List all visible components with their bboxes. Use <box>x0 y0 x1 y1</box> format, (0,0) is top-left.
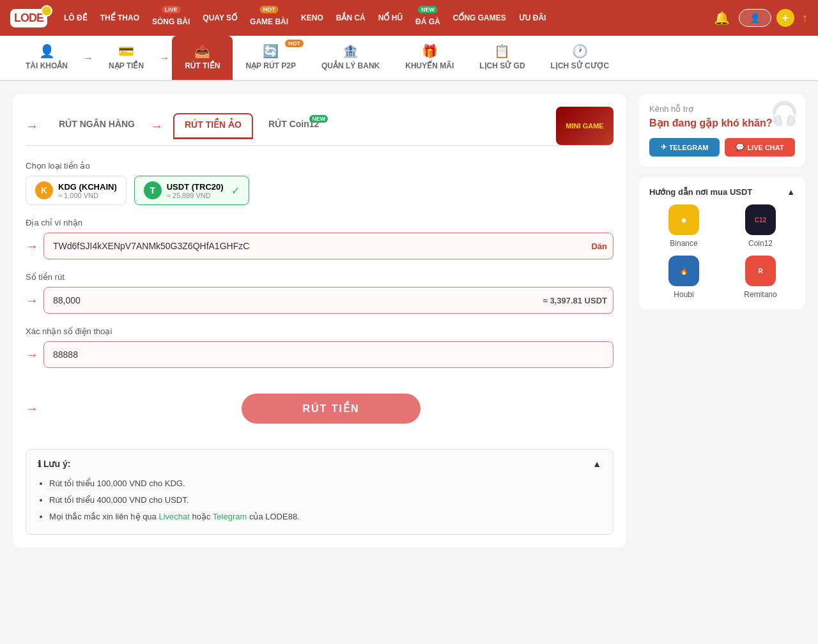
amount-arrow-icon: → <box>26 293 38 308</box>
chat-icon: 💬 <box>736 143 745 151</box>
houbi-logo: 🔥 <box>668 256 699 286</box>
amount-row: → ≈ 3,397.81 USDT <box>26 287 614 314</box>
notes-collapse-icon[interactable]: ▲ <box>592 459 601 469</box>
subnav-quanlybank-label: QUẢN LÝ BANK <box>321 61 380 70</box>
logo[interactable]: LODE <box>10 9 47 27</box>
subnav-p2p-label: NẠP RÚT P2P <box>245 61 295 70</box>
currency-section: Chọn loại tiền ảo K KDG (KCHAIN) ≈ 1,000… <box>26 161 614 205</box>
phone-section: Xác nhận số điện thoại → <box>26 326 614 368</box>
currency-options: K KDG (KCHAIN) ≈ 1,000 VND T USDT (TRC20… <box>26 176 614 205</box>
subnav-naptien[interactable]: 💳 NẠP TIỀN <box>96 36 157 80</box>
nav-item-daga[interactable]: NEW ĐÁ GÀ <box>409 6 447 30</box>
nav-item-lode[interactable]: LÔ ĐỀ <box>58 10 94 26</box>
usdt-info: USDT (TRC20) ≈ 25,899 VND <box>167 182 224 199</box>
paste-button[interactable]: Dán <box>591 241 607 251</box>
subnav-quanlybank[interactable]: 🏦 QUẢN LÝ BANK <box>309 36 392 80</box>
telegram-button[interactable]: ✈ TELEGRAM <box>649 138 720 157</box>
address-label: Địa chỉ ví nhận <box>26 218 614 227</box>
notes-header: ℹ Lưu ý: ▲ <box>38 459 601 469</box>
subnav-khuyenmai[interactable]: 🎁 KHUYẾN MÃI <box>392 36 467 80</box>
tab-rut-coin12[interactable]: NEW RÚT Coin12 <box>258 114 329 139</box>
binance-logo: ◆ <box>668 204 699 235</box>
arrow-up-icon: ↑ <box>802 12 808 25</box>
tab-rut-ngan-hang[interactable]: RÚT NGÂN HÀNG <box>49 114 145 139</box>
kdg-icon: K <box>35 181 53 199</box>
add-button[interactable]: + <box>776 9 794 27</box>
remitano-logo: R <box>745 256 776 286</box>
exchange-coin12[interactable]: C12 Coin12 <box>726 204 795 248</box>
notes-section: ℹ Lưu ý: ▲ Rút tối thiểu 100,000 VND cho… <box>26 449 614 535</box>
address-row: → Dán <box>26 233 614 259</box>
notification-bell[interactable]: 🔔 <box>710 6 734 29</box>
address-input-wrapper: Dán <box>43 233 614 259</box>
nav-item-keno[interactable]: KENO <box>295 10 330 26</box>
amount-equiv: ≈ 3,397.81 USDT <box>543 296 607 305</box>
content-right: Kênh hỗ trợ Bạn đang gặp khó khăn? 🎧 ✈ T… <box>639 94 805 548</box>
livechat-button[interactable]: 💬 LIVE CHAT <box>725 138 795 157</box>
buy-guide-header: Hướng dẫn nơi mua USDT ▲ <box>649 187 795 197</box>
header: LODE LÔ ĐỀ THỂ THAO LIVE SÒNG BÀI QUAY S… <box>0 0 818 36</box>
submit-button[interactable]: RÚT TIỀN <box>242 394 421 424</box>
note-item-2: Rút tối thiểu 400,000 VND cho USDT. <box>49 492 601 509</box>
amount-input[interactable] <box>43 287 614 314</box>
logo-coin <box>41 5 52 17</box>
nav-item-songbai[interactable]: LIVE SÒNG BÀI <box>146 6 196 30</box>
nav-item-quayso[interactable]: QUAY SỐ <box>196 10 243 26</box>
phone-input[interactable] <box>43 341 614 368</box>
headset-icon: 🎧 <box>770 100 799 127</box>
exchange-remitano[interactable]: R Remitano <box>726 256 795 299</box>
nav-item-thethao[interactable]: THỂ THAO <box>94 10 146 26</box>
subnav-p2p[interactable]: HOT 🔄 NẠP RÚT P2P <box>233 36 308 80</box>
subnav-lichsugd[interactable]: 📋 LỊCH SỬ GD <box>467 36 537 80</box>
header-right: 🔔 👤 + ↑ <box>710 6 808 29</box>
mini-game-banner[interactable]: MINI GAME <box>556 107 614 145</box>
tab-rut-tien-ao[interactable]: RÚT TIỀN ẢO <box>173 113 253 139</box>
address-section: Địa chỉ ví nhận → Dán <box>26 218 614 259</box>
nav-item-uudai[interactable]: ƯU ĐÃI <box>513 10 553 26</box>
support-buttons: ✈ TELEGRAM 💬 LIVE CHAT <box>649 138 795 157</box>
exchange-houbi[interactable]: 🔥 Houbi <box>649 256 718 299</box>
phone-row: → <box>26 341 614 368</box>
content-left: → RÚT NGÂN HÀNG → RÚT TIỀN ẢO NEW RÚT Co… <box>13 94 626 548</box>
submit-row: → RÚT TIỀN <box>26 381 614 436</box>
new-badge: NEW <box>418 6 438 13</box>
p2p-icon: 🔄 <box>263 43 279 59</box>
binance-name: Binance <box>670 239 697 248</box>
subnav-arrow-1: → <box>83 52 93 64</box>
address-input[interactable] <box>43 233 614 259</box>
amount-label: Số tiền rút <box>26 272 614 282</box>
subnav-taikhoan[interactable]: 👤 TÀI KHOẢN <box>13 36 81 80</box>
user-button[interactable]: 👤 <box>739 9 771 27</box>
currency-usdt[interactable]: T USDT (TRC20) ≈ 25,899 VND ✓ <box>134 176 249 205</box>
exchange-binance[interactable]: ◆ Binance <box>649 204 718 248</box>
subnav-lichsucuoc[interactable]: 🕐 LỊCH SỬ CƯỢC <box>538 36 622 80</box>
tabs: → RÚT NGÂN HÀNG → RÚT TIỀN ẢO NEW RÚT Co… <box>26 107 614 146</box>
livechat-link[interactable]: Livechat <box>158 512 189 521</box>
promo-icon: 🎁 <box>422 43 438 59</box>
kdg-rate: ≈ 1,000 VND <box>58 192 117 199</box>
address-arrow-icon: → <box>26 239 38 254</box>
usdt-check-icon: ✓ <box>231 185 240 197</box>
subnav-ruttien[interactable]: 📤 RÚT TIỀN <box>172 36 233 80</box>
usdt-name: USDT (TRC20) <box>167 182 224 192</box>
phone-label: Xác nhận số điện thoại <box>26 326 614 336</box>
currency-kdg[interactable]: K KDG (KCHAIN) ≈ 1,000 VND <box>26 176 127 205</box>
usdt-rate: ≈ 25,899 VND <box>167 192 224 199</box>
coin12-name: Coin12 <box>748 239 773 248</box>
telegram-icon: ✈ <box>661 143 667 151</box>
kdg-info: KDG (KCHAIN) ≈ 1,000 VND <box>58 182 117 199</box>
bank-icon: 🏦 <box>343 43 359 59</box>
currency-label: Chọn loại tiền ảo <box>26 161 614 171</box>
telegram-link[interactable]: Telegram <box>213 512 247 521</box>
buy-guide-collapse-icon[interactable]: ▲ <box>787 187 795 197</box>
subnav: 👤 TÀI KHOẢN → 💳 NẠP TIỀN → 📤 RÚT TIỀN HO… <box>0 36 818 81</box>
bet-history-icon: 🕐 <box>572 43 588 59</box>
logo-text: LODE <box>14 12 43 24</box>
nav-item-banca[interactable]: BẮN CÁ <box>330 10 372 26</box>
nav-item-conggames[interactable]: CỔNG GAMES <box>447 10 513 26</box>
nav-item-nohu[interactable]: NỔ HŨ <box>372 10 409 26</box>
nav-item-gamebai[interactable]: HOT GAME BÀI <box>243 6 295 30</box>
coin12-logo: C12 <box>745 204 776 235</box>
remitano-name: Remitano <box>744 290 776 299</box>
tab-arrow-indicator-2: → <box>150 119 163 134</box>
